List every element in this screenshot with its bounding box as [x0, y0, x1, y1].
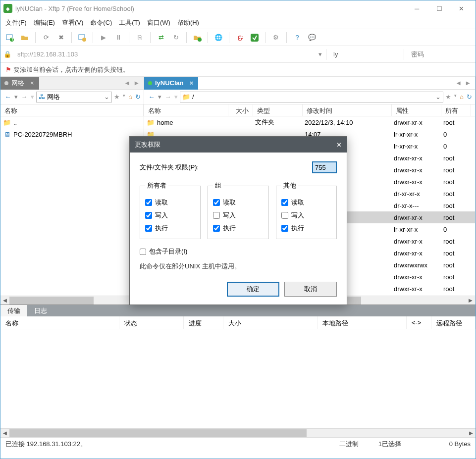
username-input[interactable] — [330, 48, 400, 61]
gear-icon[interactable]: ⚙ — [270, 32, 281, 43]
sync-icon[interactable]: ⇄ — [156, 32, 166, 43]
tcol-remote[interactable]: 远程路径 — [431, 316, 476, 329]
help-icon[interactable]: ? — [292, 32, 303, 43]
tab-log[interactable]: 日志 — [27, 305, 54, 316]
minimize-button[interactable]: ─ — [406, 1, 428, 16]
left-file-list[interactable]: 📁..🖥PC-20220729MBRH — [0, 116, 144, 296]
pause-icon[interactable]: ⏸ — [113, 32, 124, 43]
tab-network[interactable]: 网络× — [0, 77, 39, 90]
list-item[interactable]: 📁.. — [0, 116, 144, 128]
rhome-icon[interactable]: ⌂ — [460, 93, 464, 101]
owner-write[interactable]: 写入 — [145, 211, 195, 220]
app-icon: ◆ — [3, 4, 12, 13]
other-write[interactable]: 写入 — [281, 211, 331, 220]
status-bar: 已连接 192.168.31.103:22。 二进制 1已选择 0 Bytes — [0, 437, 476, 450]
menu-tool[interactable]: 工具(T) — [119, 18, 140, 27]
left-path-select[interactable]: 🖧 网络 ⌄ — [36, 92, 112, 102]
new-icon[interactable]: + — [4, 32, 15, 43]
group-group: 组 读取 写入 执行 — [208, 181, 268, 239]
forward-icon[interactable]: → — [20, 93, 29, 101]
tcol-size[interactable]: 大小 — [223, 316, 317, 329]
tab-prev-icon[interactable]: ◄ — [124, 79, 130, 87]
other-read[interactable]: 读取 — [281, 198, 331, 207]
rcol-owner[interactable]: 所有 — [441, 104, 471, 116]
group-owner: 所有者 读取 写入 执行 — [140, 181, 201, 239]
rcol-name[interactable]: 名称 — [144, 104, 228, 116]
tcol-progress[interactable]: 进度 — [184, 316, 223, 329]
perm-input[interactable] — [312, 161, 337, 173]
rcol-mtime[interactable]: 修改时间 — [303, 104, 392, 116]
close-button[interactable]: ✕ — [450, 1, 473, 16]
tab-next-icon[interactable]: ► — [133, 79, 140, 87]
menu-view[interactable]: 查看(V) — [62, 18, 83, 27]
left-hscroll[interactable]: ◄► — [0, 296, 144, 305]
password-input[interactable] — [408, 48, 473, 61]
red-spiral-icon[interactable]: ꩺ — [234, 32, 245, 43]
session-icon[interactable] — [77, 32, 88, 43]
rcol-attr[interactable]: 属性 — [392, 104, 441, 116]
star-icon[interactable]: ★ — [114, 93, 120, 101]
globe-icon[interactable]: 🌐 — [213, 32, 224, 43]
tab-remote[interactable]: lyNUClan× — [144, 77, 198, 90]
include-subdir-checkbox[interactable] — [140, 249, 146, 255]
group-read[interactable]: 读取 — [213, 198, 263, 207]
group-exec[interactable]: 执行 — [213, 224, 263, 233]
newfolder-icon[interactable] — [192, 32, 203, 43]
toolbar: + ⟳ ✖ ▶ ⏸ ⎘ ⇄ ↻ 🌐 ꩺ ⚙ ? 💬 — [0, 29, 476, 46]
group-write[interactable]: 写入 — [213, 211, 263, 220]
lock-icon: 🔒 — [3, 51, 11, 58]
close-tab-icon[interactable]: × — [30, 79, 34, 87]
perm-label: 文件/文件夹 权限(P): — [140, 163, 199, 172]
menu-cmd[interactable]: 命令(C) — [90, 18, 112, 27]
rcol-size[interactable]: 大小 — [228, 104, 253, 116]
green-box-icon[interactable] — [249, 32, 260, 43]
tcol-local[interactable]: 本地路径 — [317, 316, 407, 329]
bottom-hscroll[interactable]: ◄► — [0, 428, 476, 437]
rrefresh-icon[interactable]: ↻ — [467, 93, 472, 101]
chat-icon[interactable]: 💬 — [307, 32, 317, 43]
rback-icon[interactable]: ← — [147, 93, 156, 101]
tab-transfer[interactable]: 传输 — [0, 305, 27, 316]
table-row[interactable]: 📁home文件夹2022/12/3, 14:10drwxr-xr-xroot — [144, 116, 475, 128]
status-conn: 已连接 192.168.31.103:22。 — [5, 440, 87, 449]
menu-help[interactable]: 帮助(H) — [177, 18, 199, 27]
right-path-select[interactable]: 📁 / ⌄ — [180, 92, 443, 102]
svg-text:+: + — [11, 35, 14, 42]
rtab-prev-icon[interactable]: ◄ — [455, 79, 462, 87]
ok-button[interactable]: 确定 — [227, 282, 279, 297]
maximize-button[interactable]: ☐ — [428, 1, 450, 16]
other-exec[interactable]: 执行 — [281, 224, 331, 233]
disconnect-icon[interactable]: ✖ — [55, 32, 66, 43]
owner-read[interactable]: 读取 — [145, 198, 195, 207]
list-item[interactable]: 🖥PC-20220729MBRH — [0, 128, 144, 140]
rcol-type[interactable]: 类型 — [253, 104, 303, 116]
open-icon[interactable] — [19, 32, 30, 43]
dialog-close-icon[interactable]: ✕ — [336, 141, 342, 149]
refresh-icon[interactable]: ↻ — [170, 32, 181, 43]
reconnect-icon[interactable]: ⟳ — [41, 32, 52, 43]
copy-icon[interactable]: ⎘ — [134, 32, 145, 43]
play-icon[interactable]: ▶ — [98, 32, 109, 43]
rforward-icon[interactable]: → — [163, 93, 172, 101]
refresh-left-icon[interactable]: ↻ — [135, 93, 141, 101]
tcol-status[interactable]: 状态 — [119, 316, 184, 329]
close-remote-tab-icon[interactable]: × — [190, 79, 194, 87]
status-bytes: 0 Bytes — [421, 440, 471, 448]
cancel-button[interactable]: 取消 — [284, 282, 337, 297]
rtab-next-icon[interactable]: ► — [465, 79, 471, 87]
menu-window[interactable]: 窗口(W) — [147, 18, 170, 27]
left-col-name[interactable]: 名称 — [0, 104, 144, 116]
svg-point-5 — [198, 38, 202, 42]
menubar: 文件(F) 编辑(E) 查看(V) 命令(C) 工具(T) 窗口(W) 帮助(H… — [0, 16, 476, 29]
tcol-arrow[interactable]: <-> — [407, 316, 431, 329]
rstar-icon[interactable]: ★ — [445, 93, 451, 101]
svg-rect-6 — [251, 34, 259, 42]
home-icon[interactable]: ⌂ — [128, 93, 132, 101]
transfer-header: 名称 状态 进度 大小 本地路径 <-> 远程路径 — [0, 316, 476, 329]
back-icon[interactable]: ← — [3, 93, 12, 101]
menu-file[interactable]: 文件(F) — [5, 18, 27, 27]
menu-edit[interactable]: 编辑(E) — [34, 18, 55, 27]
owner-exec[interactable]: 执行 — [145, 224, 195, 233]
tcol-name[interactable]: 名称 — [0, 316, 119, 329]
url-input[interactable] — [14, 48, 316, 61]
